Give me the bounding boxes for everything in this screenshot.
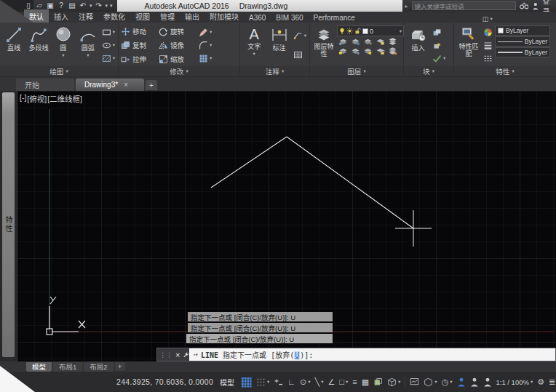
ellipse-tool-button[interactable]: ▾ (102, 40, 115, 50)
model-space-button[interactable]: 模型 (218, 375, 237, 389)
transparency-button[interactable]: ▦ (362, 377, 369, 387)
annotate-panel-label[interactable]: 注释 ▾ (240, 66, 309, 76)
wrench-icon[interactable] (183, 351, 189, 359)
close-command-line-icon[interactable]: × (175, 351, 180, 359)
layer-freeze-tool-icon[interactable] (363, 37, 373, 46)
redo-dropdown-icon[interactable]: ▾ (106, 3, 108, 9)
annotation-scale-person-icon[interactable] (483, 377, 492, 387)
erase-tool-button[interactable]: ▾ (199, 27, 212, 37)
move-button[interactable]: 移动 (121, 25, 159, 39)
linetype-list-button[interactable] (483, 53, 493, 63)
rotate-button[interactable]: 旋转 (159, 25, 196, 39)
arc-button[interactable]: 圆弧 ▾ (76, 24, 100, 66)
lineweight-list-button[interactable] (483, 40, 493, 50)
linetype-dropdown[interactable]: ByLayer (495, 47, 550, 57)
layout2-tab[interactable]: 布局2 (84, 362, 113, 372)
properties-palette-tab[interactable]: 特性 (2, 92, 15, 357)
new-file-icon[interactable]: ▯ (24, 1, 33, 11)
qat-customize-icon[interactable]: ▾ (110, 3, 113, 9)
ribbon-tab-a360[interactable]: A360 (244, 12, 271, 23)
stretch-button[interactable]: 拉伸 (121, 52, 159, 66)
isometric-drafting-button[interactable]: ∠ (327, 377, 335, 387)
viewport-view-control[interactable]: [俯视] (27, 93, 47, 104)
layer-lock-tool-icon[interactable] (376, 37, 385, 46)
layers-panel-label[interactable]: 图层 ▾ (310, 66, 403, 76)
rectangle-tool-button[interactable]: ▾ (102, 27, 115, 37)
annotation-visibility-button[interactable] (457, 377, 466, 387)
ortho-mode-button[interactable]: ∟ (287, 377, 295, 386)
ribbon-tab-output[interactable]: 输出 (180, 9, 204, 23)
ribbon-tab-addins[interactable]: 附加模块 (204, 9, 244, 23)
ribbon-tab-performance[interactable]: Performance (309, 12, 360, 23)
dynamic-input-button[interactable] (274, 377, 283, 387)
user-icon[interactable] (532, 2, 539, 10)
edit-block-button[interactable] (432, 27, 445, 37)
close-tab-icon[interactable]: × (124, 81, 128, 89)
color-wheel-button[interactable] (483, 27, 493, 37)
create-block-button[interactable] (432, 40, 445, 50)
match-properties-button[interactable]: 特性匹配 (456, 24, 481, 66)
search-binoculars-icon[interactable] (520, 2, 529, 9)
object-color-dropdown[interactable]: ByLayer (495, 25, 550, 36)
search-input[interactable]: 键入关键字或短语 (412, 1, 516, 10)
layer-unlock-tool-icon[interactable] (376, 47, 385, 55)
new-drawing-tab-button[interactable]: + (146, 80, 157, 90)
viewport-minimize-control[interactable]: [-] (20, 93, 26, 104)
save-file-icon[interactable]: ▣ (46, 1, 55, 11)
block-panel-label[interactable]: 块 ▾ (404, 66, 453, 76)
insert-block-button[interactable]: 插入 (406, 24, 430, 66)
text-button[interactable]: A 文字 ▾ (242, 24, 266, 66)
mirror-button[interactable]: 镜像 (159, 39, 196, 52)
layer-on-tool-icon[interactable] (338, 47, 348, 55)
layer-isolate-tool-icon[interactable] (351, 37, 360, 46)
polyline-button[interactable]: 多段线 (27, 24, 50, 66)
status-menu-button[interactable]: ≣ (549, 377, 555, 387)
drawing-canvas[interactable]: [-] [俯视] [二维线框] (17, 91, 556, 361)
help-icon[interactable]: ? (57, 1, 65, 11)
layer-match-tool-icon[interactable] (388, 37, 397, 46)
start-tab[interactable]: 开始 (16, 79, 74, 91)
ribbon-tab-bim360[interactable]: BIM 360 (271, 12, 308, 23)
fillet-tool-button[interactable]: ▾ (199, 40, 212, 50)
lineweight-dropdown[interactable]: ByLayer (495, 36, 550, 47)
viewport-visual-style-control[interactable]: [二维线框] (47, 93, 82, 104)
customization-gear-button[interactable]: ⚙ (537, 377, 544, 387)
draw-panel-label[interactable]: 绘图 ▾ (0, 66, 118, 76)
redo-icon[interactable]: ↷ (95, 1, 103, 11)
leader-tool-button[interactable]: ▾ (293, 31, 306, 41)
layer-prev-tool-icon[interactable] (388, 47, 397, 55)
polar-tracking-button[interactable]: ⊙ ▾ (300, 377, 310, 387)
object-snap-button[interactable]: □ ▾ (339, 377, 348, 386)
ribbon-display-toggle[interactable]: ◫ ▾ (482, 15, 493, 23)
layer-off-tool-icon[interactable] (338, 37, 348, 46)
lineweight-display-button[interactable]: ≡ (352, 377, 357, 386)
table-tool-button[interactable] (293, 50, 306, 60)
copy-button[interactable]: 复制 (121, 39, 159, 52)
ribbon-tab-parametric[interactable]: 参数化 (98, 9, 130, 23)
layer-dropdown[interactable]: 0 ▾ (337, 25, 404, 36)
new-layout-button[interactable]: + (115, 362, 125, 371)
workspace-switch-button[interactable]: ▾ (424, 377, 437, 387)
grid-display-button[interactable] (241, 377, 252, 388)
layer-unisolate-tool-icon[interactable] (351, 47, 360, 55)
annotation-monitor-button[interactable] (410, 377, 419, 387)
array-tool-button[interactable]: ▾ (199, 53, 212, 63)
infocenter-expand-icon[interactable]: ▸ (405, 3, 408, 9)
block-attributes-button[interactable]: ▾ (432, 53, 445, 63)
annotation-scale-button[interactable]: 1:1 / 100% ▾ (496, 378, 533, 386)
hatch-tool-button[interactable]: ▾ (102, 53, 115, 63)
snap-mode-button[interactable]: ▾ (256, 377, 269, 387)
undo-option-key[interactable]: U (294, 351, 300, 359)
ribbon-tab-manage[interactable]: 管理 (155, 9, 180, 23)
drawing-tab[interactable]: Drawing3* × (76, 79, 144, 91)
properties-panel-label[interactable]: 特性 ▾ (454, 66, 556, 76)
layer-thaw-tool-icon[interactable] (363, 47, 373, 55)
open-file-icon[interactable]: ▱ (35, 1, 44, 11)
annotation-autoscale-button[interactable] (470, 377, 479, 387)
modify-panel-label[interactable]: 修改 ▾ (119, 66, 239, 76)
layer-properties-button[interactable]: 图层特性 (312, 24, 335, 66)
3d-object-snap-button[interactable]: ▾ (387, 377, 400, 387)
line-segments[interactable] (211, 137, 413, 228)
ribbon-tab-annotate[interactable]: 注释 (74, 9, 98, 23)
undo-icon[interactable]: ↶ (79, 1, 87, 11)
